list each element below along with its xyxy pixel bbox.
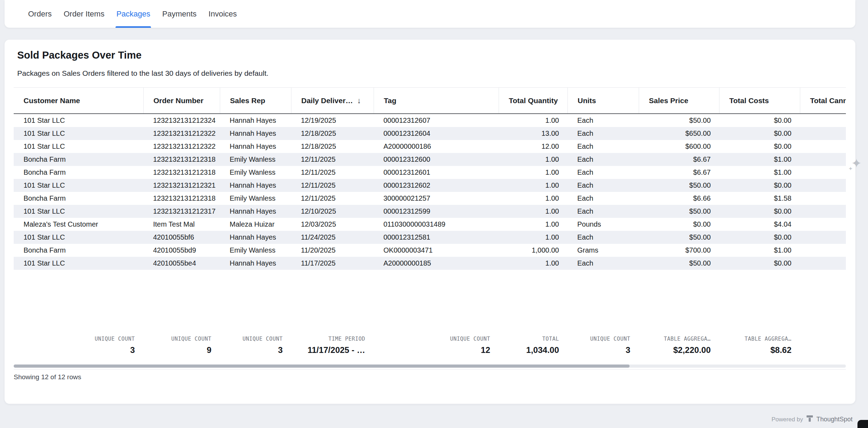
table-cell[interactable]: 11/24/2025 [291, 231, 374, 244]
tab-order-items[interactable]: Order Items [58, 0, 110, 28]
table-cell[interactable]: 101 Star LLC [14, 257, 143, 270]
table-cell[interactable]: 12/18/2025 [291, 140, 374, 153]
table-cell[interactable]: 1.00 [499, 218, 567, 231]
table-cell[interactable]: 000012312602 [374, 179, 499, 192]
tab-packages[interactable]: Packages [110, 0, 156, 28]
header-cell[interactable]: Total Costs [719, 88, 800, 113]
header-cell[interactable]: Daily Deliver…↓ [291, 88, 374, 113]
table-cell[interactable]: A20000000186 [374, 140, 499, 153]
table-cell[interactable]: Each [567, 192, 639, 205]
table-cell[interactable]: Each [567, 205, 639, 218]
corner-widget[interactable] [857, 420, 868, 428]
table-cell[interactable]: 101 Star LLC [14, 114, 143, 127]
table-cell[interactable] [800, 127, 846, 140]
table-cell[interactable]: 1232132131212318 [143, 192, 220, 205]
table-cell[interactable]: 11/17/2025 [291, 257, 374, 270]
table-cell[interactable]: 1.00 [499, 166, 567, 179]
table-cell[interactable]: 11/20/2025 [291, 244, 374, 257]
header-cell[interactable]: Order Number [143, 88, 220, 113]
table-cell[interactable]: Maleza's Test Customer [14, 218, 143, 231]
table-cell[interactable]: 1232132131212322 [143, 127, 220, 140]
header-cell[interactable]: Sales Rep [220, 88, 291, 113]
table-cell[interactable]: $6.67 [639, 166, 719, 179]
table-cell[interactable]: $6.67 [639, 153, 719, 166]
table-cell[interactable] [800, 179, 846, 192]
spotter-sparkle-icon[interactable]: ✦✦ [851, 157, 862, 170]
table-cell[interactable] [800, 140, 846, 153]
table-cell[interactable]: $0.00 [719, 127, 800, 140]
table-cell[interactable]: 1232132131212321 [143, 179, 220, 192]
table-cell[interactable]: 1232132131212318 [143, 166, 220, 179]
table-cell[interactable]: 42010055be4 [143, 257, 220, 270]
table-cell[interactable]: 12/19/2025 [291, 114, 374, 127]
table-cell[interactable]: Each [567, 153, 639, 166]
table-cell[interactable]: $0.00 [719, 205, 800, 218]
table-cell[interactable]: Maleza Huizar [220, 218, 291, 231]
table-cell[interactable]: Each [567, 114, 639, 127]
table-cell[interactable]: 1.00 [499, 192, 567, 205]
table-cell[interactable]: Hannah Hayes [220, 114, 291, 127]
table-cell[interactable]: $0.00 [719, 179, 800, 192]
table-cell[interactable]: A20000000185 [374, 257, 499, 270]
table-cell[interactable] [800, 166, 846, 179]
header-cell[interactable]: Tag [374, 88, 499, 113]
table-cell[interactable] [800, 192, 846, 205]
scrollbar-track[interactable] [14, 365, 846, 368]
table-cell[interactable]: 1.00 [499, 231, 567, 244]
table-cell[interactable]: $1.00 [719, 153, 800, 166]
table-cell[interactable]: 1232132131212324 [143, 114, 220, 127]
table-cell[interactable]: 000012312600 [374, 153, 499, 166]
table-cell[interactable]: 101 Star LLC [14, 205, 143, 218]
table-cell[interactable]: Each [567, 257, 639, 270]
table-cell[interactable]: OK0000003471 [374, 244, 499, 257]
table-cell[interactable]: 1232132131212322 [143, 140, 220, 153]
table-cell[interactable]: 000012312607 [374, 114, 499, 127]
table-cell[interactable]: 101 Star LLC [14, 231, 143, 244]
table-cell[interactable]: 1232132131212317 [143, 205, 220, 218]
table-cell[interactable]: Hannah Hayes [220, 257, 291, 270]
table-cell[interactable]: 12.00 [499, 140, 567, 153]
table-cell[interactable]: 1,000.00 [499, 244, 567, 257]
table-cell[interactable]: $0.00 [719, 140, 800, 153]
table-cell[interactable]: Emily Wanless [220, 244, 291, 257]
header-cell[interactable]: Total Cann… [800, 88, 846, 113]
table-cell[interactable]: 000012312581 [374, 231, 499, 244]
table-cell[interactable]: $4.04 [719, 218, 800, 231]
table-cell[interactable] [800, 244, 846, 257]
table-cell[interactable]: Boncha Farm [14, 192, 143, 205]
table-cell[interactable]: Emily Wanless [220, 192, 291, 205]
table-cell[interactable]: 13.00 [499, 127, 567, 140]
table-cell[interactable]: Boncha Farm [14, 153, 143, 166]
table-cell[interactable]: 101 Star LLC [14, 140, 143, 153]
table-cell[interactable]: Each [567, 231, 639, 244]
table-cell[interactable]: $700.00 [639, 244, 719, 257]
table-cell[interactable]: 1.00 [499, 179, 567, 192]
table-cell[interactable]: $0.00 [719, 114, 800, 127]
table-cell[interactable]: Grams [567, 244, 639, 257]
table-cell[interactable]: Each [567, 179, 639, 192]
table-cell[interactable]: 101 Star LLC [14, 127, 143, 140]
header-cell[interactable]: Total Quantity [499, 88, 567, 113]
table-cell[interactable]: 000012312601 [374, 166, 499, 179]
table-cell[interactable]: 42010055bf6 [143, 231, 220, 244]
header-cell[interactable]: Customer Name [14, 88, 143, 113]
table-cell[interactable]: 12/11/2025 [291, 192, 374, 205]
table-cell[interactable]: 12/11/2025 [291, 179, 374, 192]
table-cell[interactable] [800, 153, 846, 166]
table-cell[interactable]: 1232132131212318 [143, 153, 220, 166]
table-cell[interactable]: 1.00 [499, 114, 567, 127]
scrollbar-thumb[interactable] [14, 365, 630, 368]
table-cell[interactable]: 1.00 [499, 153, 567, 166]
table-cell[interactable]: 000012312604 [374, 127, 499, 140]
table-cell[interactable]: Boncha Farm [14, 244, 143, 257]
table-cell[interactable]: $600.00 [639, 140, 719, 153]
table-cell[interactable]: $1.00 [719, 244, 800, 257]
table-cell[interactable]: Emily Wanless [220, 153, 291, 166]
table-cell[interactable]: Emily Wanless [220, 166, 291, 179]
table-cell[interactable]: $1.00 [719, 166, 800, 179]
table-cell[interactable]: $50.00 [639, 179, 719, 192]
table-cell[interactable] [800, 114, 846, 127]
table-cell[interactable] [800, 218, 846, 231]
horizontal-scrollbar[interactable] [14, 365, 846, 370]
table-cell[interactable]: $6.66 [639, 192, 719, 205]
